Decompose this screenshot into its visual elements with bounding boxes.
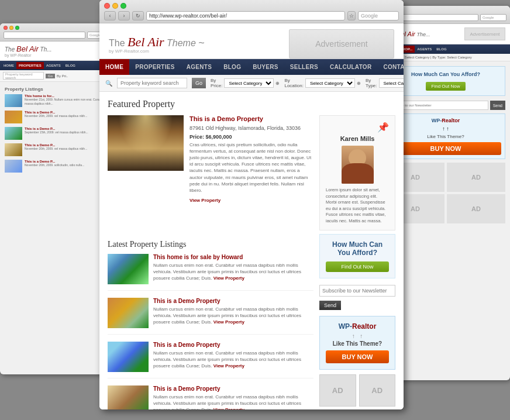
maximize-btn-main[interactable] <box>120 3 126 9</box>
like-text-right: Like This Theme? <box>390 134 501 139</box>
listing-title-4[interactable]: This is a Demo Property <box>153 385 313 392</box>
logo-cursive: ~ <box>198 37 205 49</box>
nav-item-blog[interactable]: BLOG <box>218 59 247 75</box>
nav-item-home[interactable]: HOME <box>99 59 129 75</box>
close-btn-left[interactable] <box>4 26 8 30</box>
newsletter-input[interactable] <box>319 285 395 297</box>
ad-boxes-right: AD AD AD AD <box>386 163 505 223</box>
nav-item-agents[interactable]: AGENTS <box>181 59 218 75</box>
buy-btn-right[interactable]: BUY NOW <box>390 142 501 155</box>
back-logo-left: The Bel Air Th... <box>5 44 112 53</box>
search-bar-right[interactable]: Google <box>480 14 506 21</box>
address-bar-main[interactable]: http://www.wp-realtor.com/bel-air/ <box>146 11 345 20</box>
price-select[interactable]: Select Category <box>224 78 274 88</box>
back-nav-right-blog[interactable]: BLOG <box>434 46 449 53</box>
location-select[interactable]: Select Category <box>305 78 355 88</box>
how-much-widget: How Much Can You Afford? Find Out Now <box>319 234 395 278</box>
listing-view-link-1[interactable]: View Property <box>213 276 244 281</box>
find-out-btn[interactable]: Find Out Now <box>326 261 389 272</box>
rss-icon: ☆ <box>347 11 356 20</box>
newsletter-btn-right[interactable]: Send <box>490 101 505 110</box>
listing-desc-3: Nullam cursus enim non erat. Curabitur v… <box>153 350 313 370</box>
back-nav-blog[interactable]: BLOG <box>63 62 78 69</box>
browser-buttons-left <box>4 26 113 30</box>
browser-toolbar-main: ‹ › ↻ http://www.wp-realtor.com/bel-air/… <box>104 11 399 20</box>
maximize-btn-left[interactable] <box>15 26 19 30</box>
featured-view-link[interactable]: View Property <box>189 198 220 203</box>
close-btn-main[interactable] <box>104 3 110 9</box>
featured-property-title[interactable]: This is a Demo Property <box>189 115 313 122</box>
back-listing-img-3 <box>5 127 22 140</box>
back-button[interactable]: ‹ <box>104 11 116 20</box>
agent-desc: Lorem ipsum dolor sit amet, consectetur … <box>326 187 389 224</box>
back-listing-2: This is a Demo P... November 20th, 2009.… <box>5 111 112 123</box>
ad-box-right-4: AD <box>447 194 505 223</box>
minimize-btn-main[interactable] <box>112 3 118 9</box>
listing-view-link-3[interactable]: View Property <box>213 363 244 369</box>
featured-section: Featured Property This is a D <box>108 99 395 230</box>
agent-card: 📌 Karen Mills Lorem ipsum dolor sit amet… <box>319 115 395 230</box>
listing-title-2[interactable]: This is a Demo Property <box>153 298 313 304</box>
type-select[interactable]: Select Category <box>379 78 404 88</box>
buy-now-btn[interactable]: BUY NOW <box>326 350 389 363</box>
price-label: By Price: <box>211 78 222 88</box>
type-label: By Type: <box>366 78 377 88</box>
listing-title-1[interactable]: This home is for sale by Howard <box>153 254 313 260</box>
nav-item-contact[interactable]: CONTACT <box>377 59 404 75</box>
browser-window-main: ‹ › ↻ http://www.wp-realtor.com/bel-air/… <box>99 0 404 409</box>
location-label: By Location: <box>284 78 303 88</box>
wp-arrows-right: ↑ ↑ <box>390 126 501 132</box>
logo-theme: Theme <box>167 38 196 48</box>
back-nav-right-agents[interactable]: AGENTS <box>415 46 434 53</box>
wp-realtor-logo: WP-Realtor <box>326 322 389 331</box>
refresh-button[interactable]: ↻ <box>132 11 144 20</box>
wp-logo-right: WP-Realtor <box>390 118 501 123</box>
search-icon: 🔍 <box>105 80 112 87</box>
ad-boxes-main: AD AD <box>319 374 395 407</box>
nav-item-properties[interactable]: PROPERTIES <box>129 59 180 75</box>
nav-item-buyers[interactable]: BUYERS <box>247 59 284 75</box>
listing-image-1 <box>108 254 149 284</box>
listing-image-4 <box>108 385 149 409</box>
back-filter-left: By Pri.. <box>57 74 68 78</box>
back-nav-home[interactable]: HOME <box>1 62 16 69</box>
listing-details-3: This is a Demo Property Nullam cursus en… <box>153 342 313 372</box>
price-filter: By Price: Select Category ⊕ <box>211 78 280 88</box>
nav-item-calculator[interactable]: CALCULATOR <box>324 59 378 75</box>
address-bar-left[interactable] <box>4 32 85 39</box>
site-header: The Bel Air Theme ~ by WP-Realtor.com Ad… <box>99 23 404 59</box>
location-indicator: ⊕ <box>357 81 361 86</box>
listing-title-3[interactable]: This is a Demo Property <box>153 342 313 348</box>
nav-item-sellers[interactable]: SELLERS <box>284 59 324 75</box>
latest-section-row: Latest Property Listings This home is fo… <box>108 234 395 409</box>
search-go-button[interactable]: Go <box>192 78 206 88</box>
featured-title: Featured Property <box>108 99 395 109</box>
featured-details: This is a Demo Property 87961 Old Highwa… <box>189 115 313 204</box>
wp-logo-accent: Realtor <box>352 322 376 331</box>
back-ad-right: Advertisement <box>464 27 505 40</box>
back-nav-properties[interactable]: PROPERTIES <box>16 62 44 69</box>
listing-view-link-2[interactable]: View Property <box>213 319 244 325</box>
back-nav-agents[interactable]: AGENTS <box>44 62 63 69</box>
listing-details-2: This is a Demo Property Nullam cursus en… <box>153 298 313 328</box>
search-bar-main[interactable]: Google <box>358 11 399 20</box>
listing-view-link-4[interactable]: View Property <box>213 407 244 409</box>
find-out-btn-right[interactable]: Find Out Now <box>426 82 466 91</box>
back-search-input-left[interactable]: Property keyword search <box>3 72 44 80</box>
wp-realtor-widget: WP-Realtor ↑ ↑ Like This Theme? BUY NOW <box>319 316 395 370</box>
property-search-input[interactable] <box>117 78 187 88</box>
ad-box-1: AD <box>319 374 356 407</box>
pin-icon: 📌 <box>326 122 389 133</box>
how-much-title: How Much Can You Afford? <box>326 240 389 257</box>
listing-item-3: This is a Demo Property Nullam cursus en… <box>108 342 313 378</box>
minimize-btn-left[interactable] <box>9 26 13 30</box>
forward-button[interactable]: › <box>118 11 130 20</box>
newsletter-send-btn[interactable]: Send <box>319 301 341 310</box>
toolbar-left: Google <box>4 32 113 39</box>
featured-desc: Cras ultrices, nisl quis pretium sollici… <box>189 142 313 194</box>
ad-box-2: AD <box>359 374 396 407</box>
back-search-btn-left[interactable]: Go <box>46 74 55 78</box>
browser-chrome-main: ‹ › ↻ http://www.wp-realtor.com/bel-air/… <box>99 0 404 23</box>
latest-listings-section: Latest Property Listings This home is fo… <box>108 234 313 409</box>
featured-price: Price: $6,900,000 <box>189 134 313 140</box>
